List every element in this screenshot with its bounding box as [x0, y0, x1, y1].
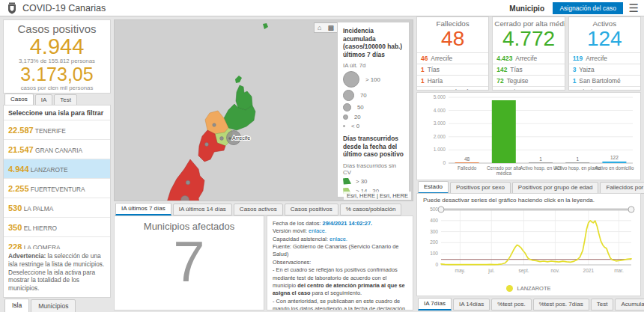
bar-activo-hosp-en-uci[interactable] [529, 162, 553, 163]
stat-row-t-as[interactable]: 1Tías [417, 64, 488, 75]
tab-test-pos[interactable]: %test pos. [491, 299, 531, 311]
tab-test-pos-7d-as[interactable]: %test pos. 7días [533, 299, 589, 311]
capacity-link[interactable]: enlace. [329, 236, 347, 242]
svg-text:1: 1 [576, 156, 579, 162]
bar-cerrado-por-alta-m-dica[interactable] [492, 100, 516, 163]
tab-municipios[interactable]: Municipios [31, 299, 76, 312]
island-row-la-palma[interactable]: 530 LA PALMA [4, 198, 110, 218]
circle-size-icon [343, 125, 345, 127]
svg-text:0: 0 [435, 262, 438, 267]
timeline-legend[interactable]: LANZAROTE [417, 285, 640, 292]
map-panel[interactable]: Arrecife ⌂ ▩ Incidencia acumulada (casos… [114, 19, 413, 201]
stat-row-arrecife[interactable]: 4.423Arrecife [493, 52, 564, 64]
mobile-link[interactable]: enlace. [309, 227, 326, 234]
map-symbol-san-bartolome [220, 137, 224, 141]
isla-tabbar: IslaMunicipios [4, 299, 76, 312]
svg-text:may.: may. [455, 268, 466, 274]
stat-value: 4.772 [493, 28, 564, 51]
tab-ia-ltimos-14-d-as[interactable]: IA últimos 14 días [173, 204, 232, 215]
island-row-gran-canaria[interactable]: 21.547 GRAN CANARIA [4, 140, 110, 159]
map-tabbar: IA últimos 7 díasIA últimos 14 díasCasos… [115, 203, 401, 215]
stat-row-san-bartolom[interactable]: 0San Bartolomé [417, 86, 488, 91]
stat-row-t-as[interactable]: 142Tías [493, 64, 564, 75]
time-slider-handle-left[interactable] [438, 207, 444, 212]
tab-ia-ltimos-7-d-as[interactable]: IA últimos 7 días [115, 203, 171, 215]
stat-row-san-bartolom[interactable]: 1San Bartolomé [569, 75, 640, 86]
svg-text:300: 300 [430, 229, 438, 234]
circle-size-icon [343, 71, 359, 88]
bar-fallecido[interactable] [455, 162, 479, 163]
bar-activo-hosp-en-planta[interactable] [565, 162, 589, 163]
stat-row-yaiza[interactable]: 3Yaiza [569, 64, 640, 75]
home-icon[interactable]: ⌂ [318, 24, 321, 31]
tab-positivos-por-grupo-de-edad[interactable]: Positivos por grupo de edad [512, 182, 599, 194]
legend-size-row: 20 [343, 114, 404, 120]
island-row-el-hierro[interactable]: 350 EL HIERRO [4, 218, 110, 237]
timeline-note: Puede desactivar series del gráfico haci… [417, 194, 640, 204]
island-list: 22.587 TENERIFE21.547 GRAN CANARIA4.944 … [4, 120, 110, 257]
bar-activo-en-domicilio[interactable] [602, 162, 626, 163]
svg-text:mar.: mar. [614, 268, 624, 273]
svg-text:2.000: 2.000 [434, 134, 446, 139]
day-swatch-icon [343, 178, 351, 185]
stat-row-yaiza[interactable]: 58Yaiza [493, 86, 564, 91]
map-legend: Incidencia acumulada (casos/100000 hab.)… [337, 22, 410, 198]
svg-text:48: 48 [464, 156, 470, 162]
estado-tabbar: EstadoPositivos por sexoPositivos por gr… [418, 181, 644, 194]
tab-isla[interactable]: Isla [4, 299, 29, 312]
legend-subtitle: IA últ. 7d [343, 62, 404, 69]
svg-text:Fallecido: Fallecido [458, 165, 477, 171]
tab-ia-7d-as[interactable]: IA 7días [418, 298, 452, 311]
app-title: COVID-19 Canarias [22, 3, 106, 13]
hamburger-menu-icon[interactable]: ☰ [629, 1, 639, 15]
legend-size-row: < 0 [343, 123, 404, 129]
stat-cards: Fallecidos4846Arrecife1Tías1Haría0San Ba… [416, 16, 641, 91]
map-symbol-la-oliva [186, 180, 190, 185]
tab-ia-14d-as[interactable]: IA 14días [453, 299, 490, 311]
tab-positivos-por-sexo[interactable]: Positivos por sexo [450, 182, 511, 194]
svg-text:500: 500 [430, 207, 438, 212]
asignacion-del-caso-button[interactable]: Asignación del caso [553, 2, 623, 14]
header-bar: COVID-19 Canarias Municipio Asignación d… [0, 0, 644, 16]
stat-card-fallecidos: Fallecidos4846Arrecife1Tías1Haría0San Ba… [416, 16, 489, 91]
stat-value: 124 [569, 28, 640, 51]
stat-row-arrecife[interactable]: 46Arrecife [417, 52, 488, 64]
svg-text:1.000: 1.000 [434, 147, 446, 152]
legend-size-row: 70 [343, 90, 404, 101]
stat-row-teguise[interactable]: 72Teguise [493, 75, 564, 86]
stat-row-tinajo[interactable]: 1Tinajo [569, 86, 640, 91]
svg-text:122: 122 [610, 155, 619, 160]
circle-size-icon [343, 90, 354, 101]
tab-estado[interactable]: Estado [418, 181, 449, 194]
data-info-panel: Fecha de los datos: 29/4/2021 14:02:27. … [267, 215, 413, 311]
svg-text:100: 100 [430, 251, 438, 256]
legend-title: Incidencia acumulada (casos/100000 hab.)… [343, 27, 404, 58]
stat-card-cerrado-por-alta-m-dic: Cerrado por alta médic…4.7724.423Arrecif… [492, 16, 565, 91]
tab-test[interactable]: Test [591, 299, 614, 311]
canarias-crest-icon [7, 2, 17, 14]
svg-text:200: 200 [430, 239, 438, 245]
legend-size-row: > 100 [343, 71, 404, 88]
stat-row-arrecife[interactable]: 119Arrecife [569, 52, 640, 64]
timeline-panel: Puede desactivar series del gráfico haci… [416, 193, 641, 296]
ia7-line-chart: 0100200300400500may.jul.sept.nov.2021mar… [417, 204, 640, 278]
island-filter-panel: Seleccione una isla para filtrar 22.587 … [3, 105, 111, 298]
island-row-fuerteventura[interactable]: 2.255 FUERTEVENTURA [4, 179, 110, 198]
warning-text: Advertencia: la selección de una isla re… [4, 249, 110, 296]
svg-text:400: 400 [430, 218, 438, 223]
casos-rate: 3.173,05 [4, 64, 110, 84]
stat-row-har-a[interactable]: 1Haría [417, 75, 488, 86]
svg-text:médica: médica [496, 171, 512, 176]
tab-casos-positivos[interactable]: Casos positivos [285, 204, 338, 215]
basemap-icon[interactable]: ▩ [327, 24, 334, 31]
island-row-lanzarote[interactable]: 4.944 LANZAROTE [4, 159, 110, 179]
time-slider-handle-right[interactable] [628, 207, 634, 212]
tab-casos-poblaci-n[interactable]: % casos/población [340, 204, 402, 215]
tab-fallecidos-por-edad-y-sexo[interactable]: Fallecidos por edad y sexo [600, 182, 644, 194]
timeline-tabbar: IA 7díasIA 14días%test pos.%test pos. 7d… [418, 298, 644, 311]
map-symbol-arrecife-dot [228, 137, 231, 140]
island-row-tenerife[interactable]: 22.587 TENERIFE [4, 120, 110, 140]
tab-acumulado[interactable]: Acumulado [615, 299, 644, 311]
observation-1: - En el cuadro se reflejan los positivos… [273, 266, 407, 297]
tab-casos-activos[interactable]: Casos activos [234, 204, 283, 215]
